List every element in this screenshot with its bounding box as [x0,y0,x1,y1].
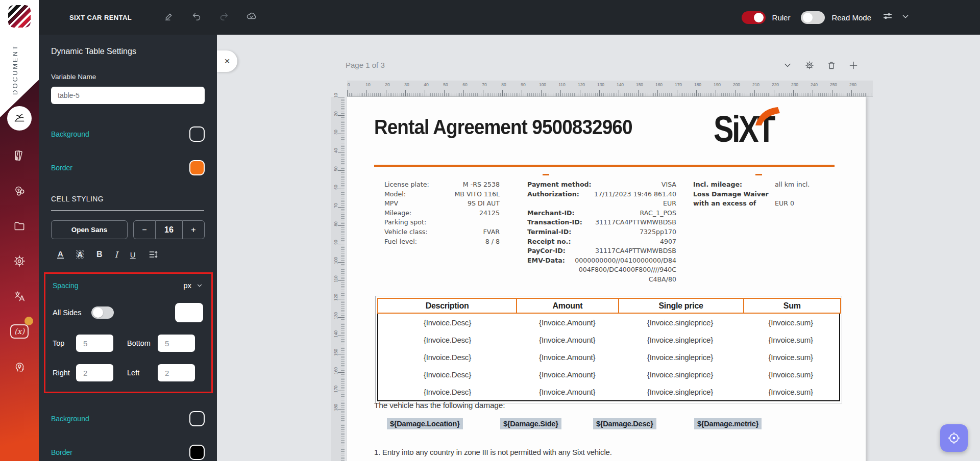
ruler-number: 30 [402,82,412,87]
spacing-unit-select[interactable]: px [183,281,203,290]
damage-placeholder[interactable]: ${Damage.Location} [387,418,463,429]
ruler-number: 50 [440,82,451,87]
palette-icon[interactable] [9,145,30,166]
info-label: MPV [384,199,398,209]
spacing-unit-value: px [183,281,191,290]
table-cell: {Invoice.Amount} [517,366,618,383]
info-label: Model: [384,190,406,199]
info-value: MB VITO 116L [406,190,500,199]
insights-icon[interactable] [9,356,30,377]
variable-name-label: Variable Name [51,73,205,81]
cell-border-color-swatch[interactable] [189,445,205,460]
info-value: EUR 0 [775,199,841,209]
damage-placeholder[interactable]: ${Damage.Side} [500,418,561,429]
info-value: all km incl. [775,180,841,190]
cell-background-color-swatch[interactable] [189,411,205,426]
info-row: Terminal-ID:7325pp170 [527,227,676,237]
info-value: 17/11/2023 19:46 861.40 EUR [579,190,676,209]
underline-icon[interactable]: U [130,250,136,259]
info-value: RAC_1_POS [575,209,676,218]
info-row: MPV9S DI AUT [384,199,500,209]
page-indicator: Page 1 of 3 [346,61,385,69]
bottom-spacing-input[interactable] [158,335,195,352]
bold-icon[interactable]: B [96,250,103,259]
ruler-toggle-label: Ruler [772,13,791,22]
undo-icon[interactable] [191,11,202,24]
folder-icon[interactable] [9,216,30,236]
sixt-logo: SiXT [714,109,823,149]
info-row: Authorization:17/11/2023 19:46 861.40 EU… [527,190,676,209]
notification-dot [24,317,33,325]
info-row: Incl. mileage:all km incl. [693,180,841,190]
ruler-number: 60 [333,183,338,192]
table-header-cell: Sum [743,298,841,314]
redo-icon[interactable] [218,11,230,24]
app-logo[interactable] [8,5,31,28]
panel-close-button[interactable]: × [217,50,237,72]
delete-page-icon[interactable] [826,60,837,70]
ruler-number: 90 [518,82,528,87]
ruler-number: 60 [460,82,470,87]
cloud-save-icon[interactable] [246,11,257,24]
bottom-label: Bottom [127,339,158,347]
molecule-icon[interactable] [9,181,30,201]
vertical-ruler: 1020304050607080901001101201301401501601… [331,97,345,461]
ruler-number: 120 [333,293,338,302]
top-spacing-input[interactable] [76,335,113,352]
background-color-swatch[interactable] [189,126,205,142]
table-cell: {Invoice.Desc} [378,366,517,383]
ruler-number: 180 [333,403,338,412]
ruler-number: 80 [499,82,509,87]
ruler-number: 40 [421,82,431,87]
font-size-increase-button[interactable]: + [182,220,205,239]
ruler-number: 250 [828,82,839,87]
damage-placeholder[interactable]: ${Damage.Desc} [593,418,656,429]
info-label: with an excess of [693,199,775,209]
info-label: Fuel level: [384,237,417,247]
highlight-color-icon[interactable]: A [76,250,84,259]
chevron-down-icon[interactable] [900,11,911,24]
ruler-number: 40 [333,146,338,155]
invoice-table[interactable]: DescriptionAmountSingle priceSum {Invoic… [375,296,842,403]
explore-icon [947,431,961,445]
preferences-sliders-icon[interactable] [882,11,893,24]
left-spacing-input[interactable] [158,364,195,381]
variables-icon[interactable]: (x) [9,321,30,342]
table-cell: {Invoice.sum} [742,366,839,383]
edit-icon[interactable] [163,11,175,24]
translate-icon[interactable] [9,286,30,306]
page-settings-gear-icon[interactable] [804,60,815,70]
info-value: 4907 [571,237,676,247]
variable-name-input[interactable] [51,87,205,104]
table-cell: {Invoice.sum} [742,348,839,366]
assistant-fab[interactable] [940,424,968,452]
all-sides-toggle[interactable] [91,306,114,319]
ruler-number: 10 [363,82,373,87]
read-mode-toggle[interactable] [801,11,825,24]
font-color-icon[interactable]: A [57,250,64,259]
ruler-number: 150 [634,82,645,87]
cell-styling-heading: CELL STYLING [51,195,205,203]
design-tool-icon[interactable] [7,106,32,131]
topbar: SIXT CAR RENTAL Ruler Read Mode [39,0,980,35]
chevron-down-icon[interactable] [782,60,793,70]
all-sides-value-box[interactable] [175,303,203,322]
font-size-stepper: − 16 + [133,220,205,239]
ruler-toggle[interactable] [742,11,766,24]
ruler-number: 140 [333,329,338,339]
font-size-decrease-button[interactable]: − [133,220,156,239]
damage-placeholder[interactable]: ${Damage.metric} [694,418,762,429]
settings-gear-icon[interactable] [9,251,30,271]
line-spacing-icon[interactable] [148,249,158,260]
table-cell: {Invoice.sum} [742,383,839,400]
info-row: Parking spot: [384,218,500,227]
border-color-swatch[interactable] [189,160,205,175]
italic-icon[interactable]: I [115,250,118,260]
document-page[interactable]: Rental Agreement 9500832960 SiXT License… [347,97,866,461]
ruler-number: 20 [333,109,338,118]
spacing-section-highlight: Spacing px All Sides Top Bottom Right Le… [44,272,213,393]
add-page-icon[interactable] [848,60,859,70]
right-spacing-input[interactable] [76,364,113,381]
table-header-cell: Description [377,298,517,314]
font-family-button[interactable]: Open Sans [51,220,128,239]
